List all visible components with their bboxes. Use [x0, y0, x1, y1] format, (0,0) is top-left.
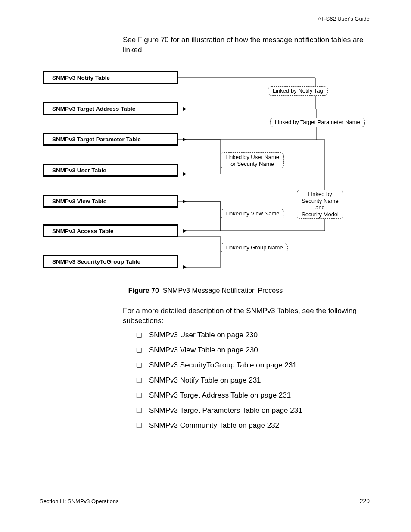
box-access: SNMPv3 Access Table [43, 224, 178, 237]
box-target-address: SNMPv3 Target Address Table [43, 102, 178, 115]
header-guide: AT-S62 User's Guide [318, 16, 370, 22]
detail-paragraph: For a more detailed description of the S… [123, 306, 373, 326]
link-notify-tag: Linked by Notify Tag [268, 86, 328, 96]
subsection-list: SNMPv3 User Table on page 230 SNMPv3 Vie… [136, 331, 369, 436]
list-item: SNMPv3 Target Address Table on page 231 [136, 391, 369, 400]
figure-text: SNMPv3 Message Notification Process [163, 287, 283, 294]
box-target-parameter: SNMPv3 Target Parameter Table [43, 133, 178, 146]
box-view: SNMPv3 View Table [43, 195, 178, 208]
figure-diagram: SNMPv3 Notify Table SNMPv3 Target Addres… [40, 69, 371, 271]
link-user-security-name: Linked by User Name or Security Name [221, 152, 284, 168]
list-item: SNMPv3 User Table on page 230 [136, 331, 369, 339]
figure-caption: Figure 70 SNMPv3 Message Notification Pr… [0, 287, 411, 295]
link-group-name: Linked by Group Name [221, 243, 288, 252]
list-item: SNMPv3 Target Parameters Table on page 2… [136, 406, 369, 415]
list-item: SNMPv3 Notify Table on page 231 [136, 376, 369, 385]
figure-label: Figure 70 [128, 287, 159, 294]
list-item: SNMPv3 Community Table on page 232 [136, 421, 369, 430]
link-target-parameter-name: Linked by Target Parameter Name [270, 118, 365, 127]
link-security-name-model: Linked by Security Name and Security Mod… [297, 190, 343, 219]
footer-page: 229 [360, 498, 370, 504]
footer-section: Section III: SNMPv3 Operations [40, 498, 119, 504]
intro-paragraph: See Figure 70 for an illustration of how… [123, 35, 373, 55]
list-item: SNMPv3 View Table on page 230 [136, 346, 369, 355]
list-item: SNMPv3 SecurityToGroup Table on page 231 [136, 361, 369, 370]
box-notify: SNMPv3 Notify Table [43, 71, 178, 84]
box-securitytogroup: SNMPv3 SecurityToGroup Table [43, 255, 178, 268]
box-user: SNMPv3 User Table [43, 164, 178, 177]
link-view-name: Linked by View Name [221, 209, 284, 218]
